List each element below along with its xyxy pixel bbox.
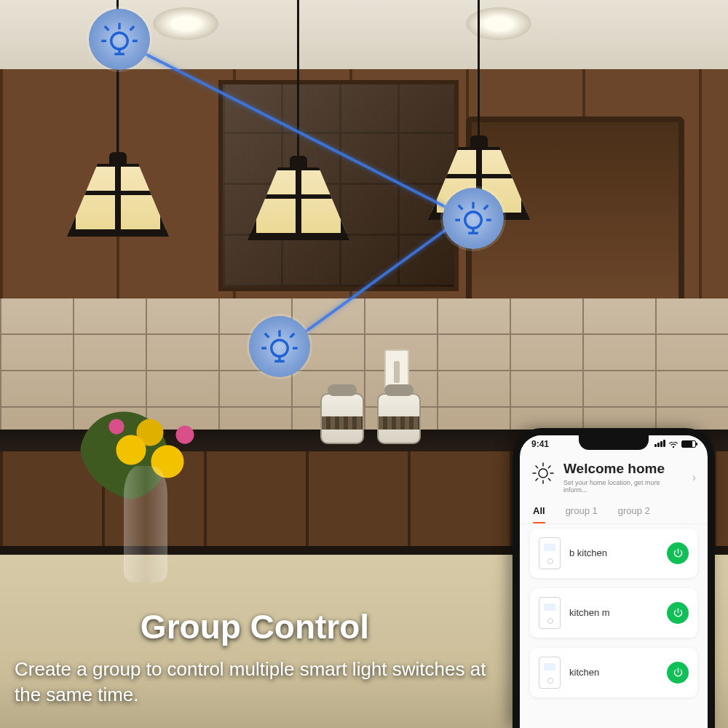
power-toggle[interactable] [667, 602, 689, 624]
status-time: 9:41 [531, 439, 549, 449]
wifi-icon [668, 440, 678, 448]
welcome-banner[interactable]: Welcome home Set your home location, get… [520, 453, 708, 501]
phone-mockup: 9:41 Welcome home Set your home location… [513, 428, 715, 728]
phone-notch [579, 435, 649, 450]
svg-point-16 [272, 340, 288, 357]
tab-group-1[interactable]: group 1 [566, 505, 598, 516]
svg-line-21 [290, 333, 295, 338]
switch-thumbnail-icon [539, 537, 561, 569]
canister-icon [377, 393, 421, 444]
chevron-right-icon: › [692, 471, 696, 484]
svg-line-33 [536, 478, 538, 480]
switch-thumbnail-icon [539, 657, 561, 689]
recessed-light-icon [153, 7, 218, 40]
light-node-icon [443, 188, 504, 249]
canister-icon [320, 393, 364, 444]
light-node-icon [89, 9, 150, 70]
welcome-subtitle: Set your home location, get more inform.… [563, 479, 684, 494]
tab-all[interactable]: All [533, 505, 545, 516]
vase [124, 466, 167, 582]
battery-icon [681, 440, 696, 448]
svg-point-8 [465, 212, 482, 229]
group-tabs: All group 1 group 2 [520, 501, 708, 524]
svg-line-20 [265, 333, 269, 338]
cellular-icon [654, 439, 665, 449]
light-node-icon [249, 316, 310, 377]
power-toggle[interactable] [667, 542, 689, 564]
pendant-lamp-icon [67, 164, 169, 237]
svg-line-4 [105, 26, 109, 31]
svg-line-31 [548, 478, 550, 480]
tab-group-2[interactable]: group 2 [618, 505, 650, 516]
pendant-lamp-icon [248, 167, 349, 240]
power-toggle[interactable] [667, 662, 689, 684]
welcome-title: Welcome home [563, 462, 684, 477]
device-name: kitchen m [569, 607, 658, 618]
device-name: b kitchen [569, 547, 658, 558]
svg-point-0 [111, 33, 128, 50]
svg-line-30 [536, 466, 538, 468]
recessed-light-icon [466, 7, 531, 40]
promo-subtitle: Create a group to control multiple smart… [15, 657, 495, 708]
weather-sun-icon [531, 462, 555, 485]
promo-title: Group Control [15, 607, 495, 646]
switch-thumbnail-icon [539, 597, 561, 629]
device-list: b kitchen kitchen m kitchen [520, 524, 708, 728]
phone-screen: 9:41 Welcome home Set your home location… [520, 435, 708, 728]
svg-point-25 [539, 469, 547, 478]
promo-caption: Group Control Create a group to control … [15, 607, 495, 708]
svg-line-13 [484, 205, 488, 210]
svg-line-5 [130, 26, 135, 31]
svg-line-32 [548, 466, 550, 468]
device-card[interactable]: kitchen m [530, 588, 697, 638]
status-icons [654, 439, 696, 449]
status-bar: 9:41 [520, 435, 708, 453]
lamp-cord [478, 0, 480, 147]
svg-point-24 [673, 446, 674, 448]
lamp-cord [297, 0, 299, 167]
device-card[interactable]: kitchen [530, 648, 697, 697]
svg-line-12 [459, 205, 463, 210]
device-name: kitchen [569, 667, 658, 678]
device-card[interactable]: b kitchen [530, 529, 697, 578]
